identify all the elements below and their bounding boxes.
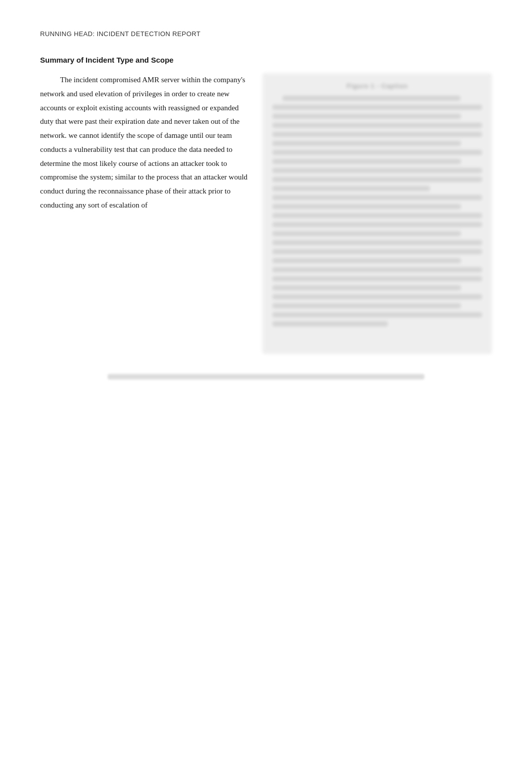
blur-line-12 (273, 195, 482, 200)
document-container: RUNNING HEAD: INCIDENT DETECTION REPORT … (40, 30, 492, 379)
blur-line-11 (273, 186, 430, 191)
blur-line-6 (273, 141, 461, 146)
blur-line-17 (273, 240, 482, 245)
blur-line-19 (273, 258, 461, 263)
blur-line-24 (273, 303, 461, 308)
footer-line (108, 374, 424, 379)
blur-line-14 (273, 213, 482, 218)
blur-line-21 (273, 276, 482, 281)
left-text-block: The incident compromised AMR server with… (40, 73, 250, 213)
blur-line-4 (273, 123, 482, 128)
blur-line-3 (273, 114, 461, 119)
blur-line-23 (273, 294, 482, 299)
blur-line-2 (273, 105, 482, 110)
blur-line-1 (283, 96, 460, 101)
blur-line-10 (273, 177, 482, 182)
figure-title: Figure 1 - Caption (273, 82, 482, 90)
blur-line-18 (273, 249, 482, 254)
blur-line-20 (273, 267, 482, 272)
blur-line-25 (273, 312, 482, 317)
blur-line-9 (273, 168, 482, 173)
right-panel: Figure 1 - Caption (262, 73, 492, 354)
running-head: RUNNING HEAD: INCIDENT DETECTION REPORT (40, 30, 492, 38)
blur-line-16 (273, 231, 461, 236)
blur-line-26 (273, 321, 388, 326)
blur-line-22 (273, 285, 461, 290)
content-area: The incident compromised AMR server with… (40, 73, 492, 354)
section-title: Summary of Incident Type and Scope (40, 56, 492, 64)
body-paragraph: The incident compromised AMR server with… (40, 73, 250, 213)
blur-line-5 (273, 132, 482, 137)
blur-line-13 (273, 204, 461, 209)
blur-line-15 (273, 222, 482, 227)
blur-line-7 (273, 150, 482, 155)
blur-line-8 (273, 159, 461, 164)
